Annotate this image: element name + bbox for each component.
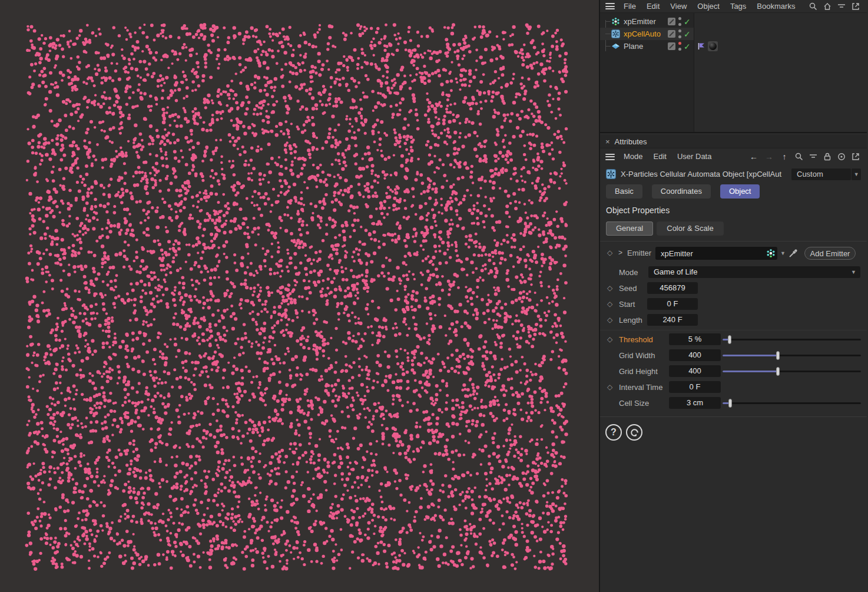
keyframe-diamond-icon[interactable]: ◇ (607, 316, 612, 324)
menu-edit[interactable]: Edit (641, 0, 665, 13)
threshold-input[interactable]: 5 % (669, 333, 721, 345)
grid-height-label: Grid Height (619, 367, 658, 376)
cell-size-slider[interactable] (723, 397, 861, 409)
attributes-panel: × Attributes Mode Edit User Data ← → ↑ (600, 135, 867, 592)
tab-basic[interactable]: Basic (606, 184, 642, 199)
emitter-link-field[interactable]: xpEmitter (655, 247, 777, 260)
search-icon[interactable] (794, 152, 804, 161)
popout-icon[interactable] (851, 152, 860, 161)
slider-handle[interactable] (728, 399, 732, 408)
menu-file[interactable]: File (618, 0, 641, 13)
keyframe-diamond-icon[interactable]: ◇ (607, 249, 612, 257)
slider-handle[interactable] (776, 351, 780, 360)
enabled-check-icon[interactable]: ✓ (684, 30, 691, 38)
filter-icon[interactable] (809, 152, 818, 161)
object-row-xpcellauto[interactable]: xpCellAuto ✓ (600, 28, 694, 40)
texture-tag-icon[interactable] (708, 41, 718, 51)
slider-handle[interactable] (728, 335, 731, 344)
mode-dropdown[interactable]: Game of Life ▼ (648, 266, 860, 278)
menu-object[interactable]: Object (692, 0, 725, 13)
threshold-row: ◇ Threshold 5 % (600, 332, 867, 348)
interval-time-input[interactable]: 0 F (669, 381, 721, 393)
object-properties-subtabs: General Color & Scale (600, 217, 867, 236)
threshold-slider[interactable] (723, 333, 861, 345)
help-icon[interactable]: ? (605, 424, 622, 441)
cell-size-input[interactable]: 3 cm (669, 397, 721, 409)
menu-edit[interactable]: Edit (648, 150, 672, 163)
start-label: Start (619, 300, 635, 309)
dropdown-arrow-icon: ▼ (851, 266, 856, 278)
subtab-general[interactable]: General (606, 221, 653, 236)
object-properties-form: ◇ > Emitter xpEmitter ▼ Add Emitter (600, 242, 867, 411)
eyedropper-icon[interactable] (789, 248, 799, 260)
enabled-check-icon[interactable]: ✓ (684, 18, 691, 26)
grid-width-row: Grid Width 400 (600, 348, 867, 363)
visibility-dots[interactable] (678, 17, 682, 26)
grid-height-slider[interactable] (723, 365, 861, 377)
mode-row: Mode Game of Life ▼ (600, 264, 867, 280)
add-emitter-button[interactable]: Add Emitter (804, 247, 856, 260)
visibility-dots[interactable] (678, 29, 682, 38)
menu-mode[interactable]: Mode (618, 150, 648, 163)
up-icon[interactable]: ↑ (779, 152, 790, 161)
reset-icon[interactable] (626, 424, 642, 441)
seed-row: ◇ Seed 456879 (600, 280, 867, 296)
hamburger-icon[interactable] (605, 3, 615, 9)
keyframe-diamond-icon[interactable]: ◇ (607, 383, 612, 391)
grid-width-slider[interactable] (723, 349, 861, 361)
forward-icon[interactable]: → (764, 152, 774, 161)
start-input[interactable]: 0 F (647, 298, 698, 310)
grid-height-input[interactable]: 400 (669, 365, 721, 377)
viewport-3d[interactable] (0, 0, 600, 592)
object-label[interactable]: xpEmitter (624, 17, 656, 26)
grid-width-input[interactable]: 400 (669, 349, 721, 361)
length-input[interactable]: 240 F (647, 314, 698, 326)
edit-state-icon[interactable] (668, 42, 675, 50)
close-icon[interactable]: × (600, 137, 615, 146)
back-icon[interactable]: ← (748, 152, 759, 161)
search-icon[interactable] (809, 2, 818, 11)
preset-dropdown-arrow-icon[interactable]: ▼ (852, 168, 861, 180)
flag-tag-icon[interactable] (697, 42, 706, 51)
enabled-check-icon[interactable]: ✓ (684, 42, 691, 51)
object-manager-menubar: File Edit View Object Tags Bookmarks (600, 0, 867, 13)
xpemitter-icon (611, 17, 620, 26)
object-label[interactable]: xpCellAuto (624, 29, 661, 38)
menu-bookmarks[interactable]: Bookmarks (751, 0, 800, 13)
seed-label: Seed (619, 284, 637, 293)
preset-dropdown[interactable]: Custom (791, 168, 851, 180)
menu-view[interactable]: View (665, 0, 692, 13)
edit-state-icon[interactable] (668, 30, 675, 38)
divider (600, 330, 867, 330)
filter-icon[interactable] (837, 2, 846, 11)
subtab-color-scale[interactable]: Color & Scale (657, 221, 723, 236)
tab-coordinates[interactable]: Coordinates (652, 184, 711, 199)
tab-object[interactable]: Object (720, 184, 760, 199)
keyframe-diamond-icon[interactable]: ◇ (607, 300, 612, 308)
section-title: Object Properties (600, 199, 867, 217)
hamburger-icon[interactable] (605, 154, 615, 160)
length-label: Length (619, 316, 642, 325)
slider-handle[interactable] (776, 367, 780, 376)
home-icon[interactable] (823, 2, 832, 11)
edit-state-icon[interactable] (668, 18, 675, 25)
object-row-plane[interactable]: Plane ✓ (600, 40, 694, 52)
tree-stub (605, 34, 611, 34)
keyframe-diamond-icon[interactable]: ◇ (607, 335, 612, 343)
keyframe-diamond-icon[interactable]: ◇ (607, 284, 612, 292)
seed-input[interactable]: 456879 (647, 282, 698, 294)
interval-time-row: ◇ Interval Time 0 F (600, 379, 867, 395)
object-label[interactable]: Plane (624, 42, 643, 51)
object-row-xpemitter[interactable]: xpEmitter ✓ (600, 15, 694, 28)
menu-tags[interactable]: Tags (725, 0, 751, 13)
menu-user-data[interactable]: User Data (672, 150, 717, 163)
link-dropdown-arrow-icon[interactable]: ▼ (780, 247, 786, 260)
xpemitter-icon (766, 249, 776, 258)
target-icon[interactable] (837, 152, 846, 161)
visibility-dots[interactable] (678, 42, 682, 51)
slider-fill (723, 371, 778, 372)
popout-icon[interactable] (851, 2, 860, 11)
expand-chevron-icon[interactable]: > (618, 249, 622, 257)
lock-icon[interactable] (823, 152, 832, 161)
start-row: ◇ Start 0 F (600, 296, 867, 312)
